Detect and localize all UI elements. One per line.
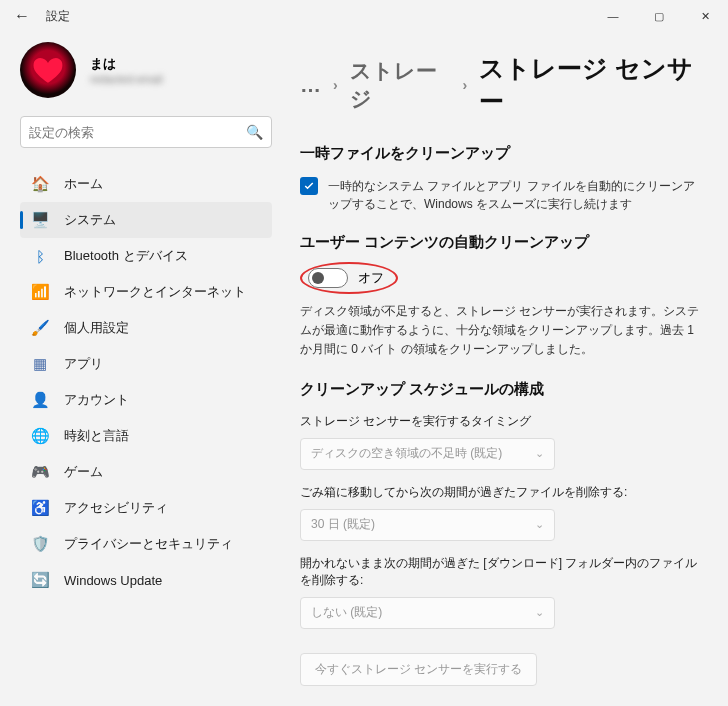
back-button[interactable]: ← bbox=[14, 7, 34, 25]
profile-name: まは bbox=[90, 55, 163, 73]
annotation-circle: オフ bbox=[300, 262, 398, 294]
nav-accessibility[interactable]: ♿アクセシビリティ bbox=[20, 490, 272, 526]
search-input[interactable] bbox=[29, 125, 246, 140]
shield-icon: 🛡️ bbox=[30, 534, 50, 554]
breadcrumb-dots[interactable]: … bbox=[300, 73, 321, 97]
run-sense-dropdown[interactable]: ディスクの空き領域の不足時 (既定) ⌄ bbox=[300, 438, 555, 470]
nav-system[interactable]: 🖥️システム bbox=[20, 202, 272, 238]
nav-home[interactable]: 🏠ホーム bbox=[20, 166, 272, 202]
bluetooth-icon: ᛒ bbox=[30, 246, 50, 266]
avatar bbox=[20, 42, 76, 98]
wifi-icon: 📶 bbox=[30, 282, 50, 302]
nav-update[interactable]: 🔄Windows Update bbox=[20, 562, 272, 598]
accessibility-icon: ♿ bbox=[30, 498, 50, 518]
chevron-right-icon: › bbox=[462, 77, 467, 93]
recycle-bin-dropdown[interactable]: 30 日 (既定) ⌄ bbox=[300, 509, 555, 541]
chevron-right-icon: › bbox=[333, 77, 338, 93]
nav-apps[interactable]: ▦アプリ bbox=[20, 346, 272, 382]
maximize-button[interactable]: ▢ bbox=[636, 0, 682, 32]
globe-icon: 🌐 bbox=[30, 426, 50, 446]
downloads-label: 開かれないまま次の期間が過ぎた [ダウンロード] フォルダー内のファイルを削除す… bbox=[300, 555, 700, 589]
nav-network[interactable]: 📶ネットワークとインターネット bbox=[20, 274, 272, 310]
minimize-button[interactable]: ― bbox=[590, 0, 636, 32]
run-sense-label: ストレージ センサーを実行するタイミング bbox=[300, 413, 700, 430]
brush-icon: 🖌️ bbox=[30, 318, 50, 338]
recycle-bin-label: ごみ箱に移動してから次の期間が過ぎたファイルを削除する: bbox=[300, 484, 700, 501]
toggle-state: オフ bbox=[358, 269, 384, 287]
storage-sense-toggle[interactable] bbox=[308, 268, 348, 288]
apps-icon: ▦ bbox=[30, 354, 50, 374]
section-temp-title: 一時ファイルをクリーンアップ bbox=[300, 144, 700, 163]
breadcrumb: … › ストレージ › ストレージ センサー bbox=[300, 52, 700, 118]
profile-block[interactable]: まは redacted-email bbox=[20, 42, 272, 98]
account-icon: 👤 bbox=[30, 390, 50, 410]
search-input-wrap[interactable]: 🔍 bbox=[20, 116, 272, 148]
section-schedule-title: クリーンアップ スケジュールの構成 bbox=[300, 380, 700, 399]
chevron-down-icon: ⌄ bbox=[535, 447, 544, 460]
update-icon: 🔄 bbox=[30, 570, 50, 590]
page-title: ストレージ センサー bbox=[479, 52, 700, 118]
chevron-down-icon: ⌄ bbox=[535, 606, 544, 619]
system-icon: 🖥️ bbox=[30, 210, 50, 230]
nav-list: 🏠ホーム 🖥️システム ᛒBluetooth とデバイス 📶ネットワークとインタ… bbox=[20, 166, 272, 598]
breadcrumb-storage[interactable]: ストレージ bbox=[350, 57, 451, 113]
auto-cleanup-description: ディスク領域が不足すると、ストレージ センサーが実行されます。システムが最適に動… bbox=[300, 302, 700, 360]
nav-privacy[interactable]: 🛡️プライバシーとセキュリティ bbox=[20, 526, 272, 562]
temp-cleanup-checkbox[interactable] bbox=[300, 177, 318, 195]
downloads-dropdown[interactable]: しない (既定) ⌄ bbox=[300, 597, 555, 629]
close-button[interactable]: ✕ bbox=[682, 0, 728, 32]
home-icon: 🏠 bbox=[30, 174, 50, 194]
gaming-icon: 🎮 bbox=[30, 462, 50, 482]
section-auto-title: ユーザー コンテンツの自動クリーンアップ bbox=[300, 233, 700, 252]
run-now-button[interactable]: 今すぐストレージ センサーを実行する bbox=[300, 653, 537, 686]
nav-personalize[interactable]: 🖌️個人用設定 bbox=[20, 310, 272, 346]
nav-bluetooth[interactable]: ᛒBluetooth とデバイス bbox=[20, 238, 272, 274]
window-title: 設定 bbox=[46, 8, 70, 25]
nav-account[interactable]: 👤アカウント bbox=[20, 382, 272, 418]
temp-cleanup-label: 一時的なシステム ファイルとアプリ ファイルを自動的にクリーンアップすることで、… bbox=[328, 177, 700, 213]
profile-email: redacted-email bbox=[90, 73, 163, 85]
chevron-down-icon: ⌄ bbox=[535, 518, 544, 531]
nav-time[interactable]: 🌐時刻と言語 bbox=[20, 418, 272, 454]
nav-gaming[interactable]: 🎮ゲーム bbox=[20, 454, 272, 490]
search-icon: 🔍 bbox=[246, 124, 263, 140]
